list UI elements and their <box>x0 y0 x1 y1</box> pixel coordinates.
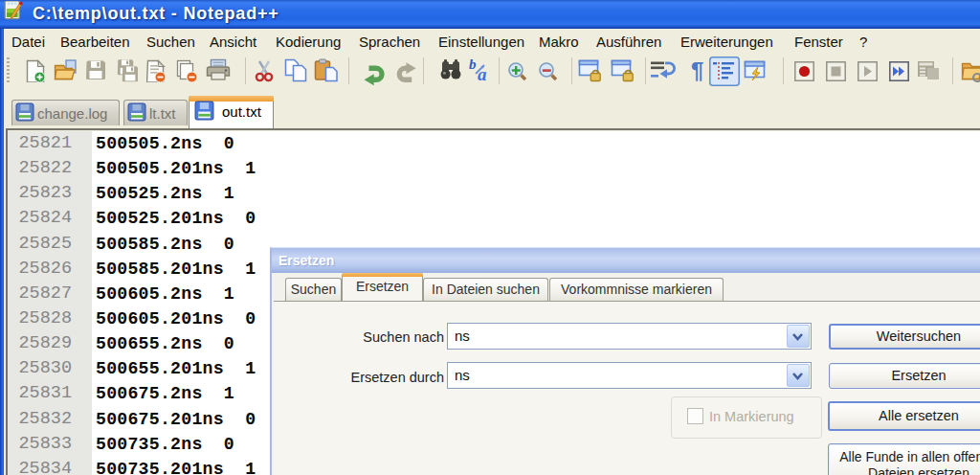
svg-text:b: b <box>469 57 477 72</box>
svg-text:¶: ¶ <box>691 57 703 83</box>
